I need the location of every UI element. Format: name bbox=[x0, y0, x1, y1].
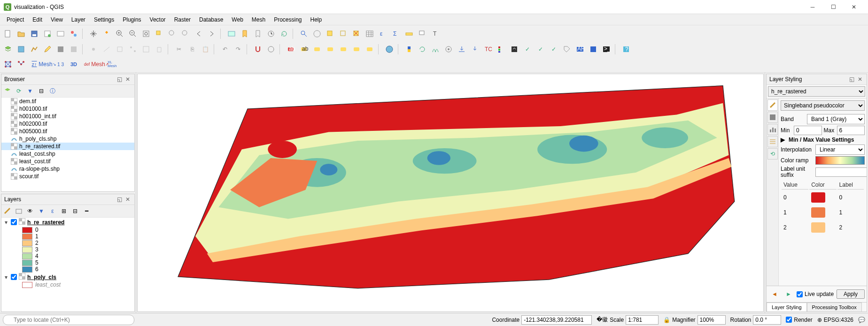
browser-close-icon[interactable]: ✕ bbox=[124, 76, 132, 83]
sublayer-item[interactable]: least_cost bbox=[1, 281, 134, 288]
browser-item[interactable]: h001000.tif bbox=[1, 105, 134, 113]
layers-expand-icon[interactable]: ⊞ bbox=[59, 206, 69, 216]
bookmarks-icon[interactable] bbox=[252, 28, 264, 40]
attribute-table-icon[interactable] bbox=[364, 28, 376, 40]
layers-expression-icon[interactable]: ε bbox=[47, 206, 58, 216]
action-icon[interactable] bbox=[311, 28, 323, 40]
label-rotate-icon[interactable] bbox=[350, 43, 363, 55]
menu-web[interactable]: Web bbox=[228, 15, 247, 24]
new-print-layout-icon[interactable] bbox=[41, 28, 54, 40]
layers-collapse-icon[interactable]: ⊟ bbox=[70, 206, 80, 216]
menu-mesh[interactable]: Mesh bbox=[248, 15, 269, 24]
add-vector-icon[interactable] bbox=[28, 43, 40, 55]
delete-icon[interactable] bbox=[153, 43, 165, 55]
rendering-tab-icon[interactable] bbox=[767, 136, 778, 147]
mesh-label-icon[interactable]: Mesh↘ bbox=[41, 58, 54, 70]
processing-icon[interactable] bbox=[442, 43, 455, 55]
new-map-view-icon[interactable] bbox=[225, 28, 238, 40]
export-icon[interactable] bbox=[508, 43, 520, 55]
browser-item[interactable]: least_cost.tif bbox=[1, 158, 134, 165]
expand-icon[interactable]: ▾ bbox=[3, 219, 9, 226]
coord-field[interactable] bbox=[521, 315, 592, 325]
layout-manager-icon[interactable] bbox=[54, 28, 67, 40]
browser-item[interactable]: h_poly_cls.shp bbox=[1, 135, 134, 143]
redo-icon[interactable]: ↷ bbox=[232, 43, 244, 55]
open-project-icon[interactable] bbox=[15, 28, 27, 40]
menu-project[interactable]: Project bbox=[3, 15, 28, 24]
color-ramp[interactable] bbox=[815, 156, 865, 165]
extents-icon[interactable]: �徽 bbox=[597, 316, 608, 324]
paste-icon[interactable]: 📋 bbox=[199, 43, 211, 55]
expand-icon[interactable]: ▾ bbox=[3, 274, 9, 281]
zoom-last-icon[interactable] bbox=[193, 28, 205, 40]
new-bookmark-icon[interactable] bbox=[239, 28, 251, 40]
style-back-icon[interactable]: ◄ bbox=[768, 288, 781, 300]
browser-item[interactable]: dem.tif bbox=[1, 98, 134, 105]
zoom-selection-icon[interactable] bbox=[153, 28, 165, 40]
browser-item[interactable]: h_re_rastered.tif bbox=[1, 143, 134, 150]
mag-field[interactable] bbox=[698, 315, 726, 325]
web-icon[interactable] bbox=[383, 43, 395, 55]
new-geopackage-icon[interactable] bbox=[15, 43, 27, 55]
mesh-xl-icon[interactable]: XL Mesh bbox=[107, 58, 119, 70]
menu-help[interactable]: Help bbox=[307, 15, 326, 24]
browser-refresh-icon[interactable]: ⟳ bbox=[14, 86, 24, 96]
refresh-icon[interactable] bbox=[278, 28, 290, 40]
class-row[interactable]: 22 bbox=[782, 220, 864, 235]
label-move-icon[interactable] bbox=[337, 43, 349, 55]
new-project-icon[interactable] bbox=[2, 28, 14, 40]
digitize-polygon-icon[interactable] bbox=[114, 43, 126, 55]
layer-name[interactable]: h_re_rastered bbox=[27, 219, 64, 226]
menu-view[interactable]: View bbox=[47, 15, 67, 24]
messages-icon[interactable]: 💬 bbox=[858, 317, 865, 323]
browser-add-icon[interactable] bbox=[2, 86, 13, 96]
styling-layer-select[interactable]: h_re_rastered bbox=[768, 86, 865, 97]
menu-database[interactable]: Database bbox=[195, 15, 227, 24]
menu-processing[interactable]: Processing bbox=[270, 15, 305, 24]
tag-icon[interactable] bbox=[561, 43, 573, 55]
undo-icon[interactable]: ↶ bbox=[219, 43, 231, 55]
class-color-swatch[interactable] bbox=[811, 222, 825, 233]
help-icon[interactable]: ? bbox=[620, 43, 632, 55]
menu-vector[interactable]: Vector bbox=[146, 15, 170, 24]
browser-properties-icon[interactable]: ⓘ bbox=[47, 86, 58, 96]
browser-item[interactable]: h005000.tif bbox=[1, 128, 134, 135]
browser-item[interactable]: least_cost.shp bbox=[1, 150, 134, 158]
download-icon[interactable] bbox=[469, 43, 481, 55]
transparency-tab-icon[interactable] bbox=[767, 112, 778, 123]
class-color-swatch[interactable] bbox=[811, 192, 825, 203]
mesh-network-icon[interactable] bbox=[2, 58, 14, 70]
layer-name[interactable]: h_poly_cls bbox=[27, 274, 56, 281]
vertex-tool-icon[interactable] bbox=[127, 43, 139, 55]
class-color-swatch[interactable] bbox=[811, 207, 825, 218]
data-source-manager-icon[interactable] bbox=[2, 43, 14, 55]
save-project-icon[interactable] bbox=[28, 28, 40, 40]
plugin-reload-icon[interactable] bbox=[416, 43, 428, 55]
styling-undock-icon[interactable]: ◱ bbox=[848, 76, 855, 83]
browser-filter-icon[interactable]: ▼ bbox=[25, 86, 35, 96]
minmax-settings-toggle[interactable]: ▶Min / Max Value Settings bbox=[781, 136, 865, 143]
layers-style-icon[interactable] bbox=[2, 206, 13, 216]
check-1-icon[interactable]: ✓ bbox=[548, 43, 560, 55]
tuflow-icon[interactable]: TCF bbox=[482, 43, 494, 55]
layers-undock-icon[interactable]: ◱ bbox=[116, 196, 123, 203]
blue-panel-icon[interactable] bbox=[587, 43, 599, 55]
maptips-icon[interactable] bbox=[416, 28, 428, 40]
menu-raster[interactable]: Raster bbox=[170, 15, 194, 24]
crs-button[interactable]: ⊕EPSG:4326 bbox=[817, 317, 853, 323]
class-row[interactable]: 11 bbox=[782, 205, 864, 220]
digitize-line-icon[interactable] bbox=[101, 43, 113, 55]
layers-add-group-icon[interactable] bbox=[14, 206, 24, 216]
layers-visibility-icon[interactable]: 👁 bbox=[25, 206, 35, 216]
renderer-select[interactable]: Singleband pseudocolor bbox=[781, 100, 865, 111]
snapping-icon[interactable] bbox=[252, 43, 264, 55]
pan-to-selection-icon[interactable] bbox=[101, 28, 113, 40]
label-pin-icon[interactable] bbox=[311, 43, 323, 55]
browser-item[interactable]: h001000_int.tif bbox=[1, 113, 134, 120]
pan-icon[interactable] bbox=[87, 28, 100, 40]
python-icon[interactable] bbox=[403, 43, 415, 55]
check-q-icon[interactable]: ✓ bbox=[535, 43, 547, 55]
zoom-full-icon[interactable] bbox=[140, 28, 152, 40]
class-row[interactable]: 00 bbox=[782, 190, 864, 205]
current-edits-icon[interactable] bbox=[68, 43, 80, 55]
